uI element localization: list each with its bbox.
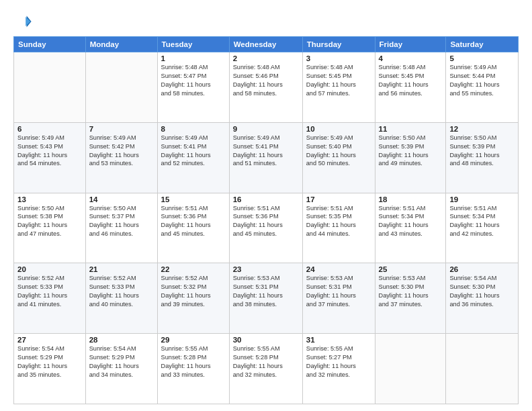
calendar-cell: 3Sunrise: 5:48 AM Sunset: 5:45 PM Daylig… xyxy=(302,52,375,123)
calendar-cell: 16Sunrise: 5:51 AM Sunset: 5:36 PM Dayli… xyxy=(229,193,302,263)
weekday-header-monday: Monday xyxy=(85,37,157,52)
day-number: 21 xyxy=(89,265,154,273)
page: SundayMondayTuesdayWednesdayThursdayFrid… xyxy=(0,0,532,411)
day-info: Sunrise: 5:49 AM Sunset: 5:41 PM Dayligh… xyxy=(233,134,299,169)
day-number: 11 xyxy=(379,125,443,133)
day-info: Sunrise: 5:48 AM Sunset: 5:46 PM Dayligh… xyxy=(233,63,299,98)
day-info: Sunrise: 5:51 AM Sunset: 5:34 PM Dayligh… xyxy=(379,204,443,239)
calendar-cell: 14Sunrise: 5:50 AM Sunset: 5:37 PM Dayli… xyxy=(85,193,157,263)
day-info: Sunrise: 5:49 AM Sunset: 5:41 PM Dayligh… xyxy=(161,134,226,169)
calendar-cell: 17Sunrise: 5:51 AM Sunset: 5:35 PM Dayli… xyxy=(302,193,375,263)
day-number: 19 xyxy=(449,195,515,203)
calendar-cell: 22Sunrise: 5:52 AM Sunset: 5:32 PM Dayli… xyxy=(157,263,229,334)
logo-icon xyxy=(13,12,32,31)
calendar-cell: 1Sunrise: 5:48 AM Sunset: 5:47 PM Daylig… xyxy=(157,52,229,123)
day-info: Sunrise: 5:48 AM Sunset: 5:45 PM Dayligh… xyxy=(379,63,443,98)
day-info: Sunrise: 5:50 AM Sunset: 5:39 PM Dayligh… xyxy=(449,134,515,169)
calendar-cell: 2Sunrise: 5:48 AM Sunset: 5:46 PM Daylig… xyxy=(229,52,302,123)
day-info: Sunrise: 5:52 AM Sunset: 5:32 PM Dayligh… xyxy=(161,274,226,309)
day-number: 8 xyxy=(161,125,226,133)
calendar-cell: 19Sunrise: 5:51 AM Sunset: 5:34 PM Dayli… xyxy=(446,193,519,263)
day-number: 28 xyxy=(89,336,154,344)
calendar-cell: 27Sunrise: 5:54 AM Sunset: 5:29 PM Dayli… xyxy=(14,334,86,404)
day-number: 14 xyxy=(89,195,154,203)
day-info: Sunrise: 5:53 AM Sunset: 5:31 PM Dayligh… xyxy=(306,274,371,309)
calendar-cell: 20Sunrise: 5:52 AM Sunset: 5:33 PM Dayli… xyxy=(14,263,86,334)
day-number: 7 xyxy=(89,125,154,133)
calendar-cell: 31Sunrise: 5:55 AM Sunset: 5:27 PM Dayli… xyxy=(302,334,375,404)
day-number: 5 xyxy=(449,54,515,62)
calendar-cell: 13Sunrise: 5:50 AM Sunset: 5:38 PM Dayli… xyxy=(14,193,86,263)
calendar-cell: 11Sunrise: 5:50 AM Sunset: 5:39 PM Dayli… xyxy=(375,122,446,193)
day-number: 31 xyxy=(306,336,371,344)
weekday-header-friday: Friday xyxy=(375,37,446,52)
day-number: 18 xyxy=(379,195,443,203)
day-number: 25 xyxy=(379,265,443,273)
calendar-cell: 7Sunrise: 5:49 AM Sunset: 5:42 PM Daylig… xyxy=(85,122,157,193)
calendar-cell: 12Sunrise: 5:50 AM Sunset: 5:39 PM Dayli… xyxy=(446,122,519,193)
day-number: 30 xyxy=(233,336,299,344)
calendar-cell: 8Sunrise: 5:49 AM Sunset: 5:41 PM Daylig… xyxy=(157,122,229,193)
day-info: Sunrise: 5:48 AM Sunset: 5:47 PM Dayligh… xyxy=(161,63,226,98)
calendar-cell xyxy=(446,334,519,404)
calendar-body: 1Sunrise: 5:48 AM Sunset: 5:47 PM Daylig… xyxy=(14,52,519,404)
calendar-cell: 9Sunrise: 5:49 AM Sunset: 5:41 PM Daylig… xyxy=(229,122,302,193)
day-info: Sunrise: 5:50 AM Sunset: 5:38 PM Dayligh… xyxy=(17,204,82,239)
weekday-header-saturday: Saturday xyxy=(446,37,519,52)
weekday-header-thursday: Thursday xyxy=(302,37,375,52)
day-info: Sunrise: 5:55 AM Sunset: 5:28 PM Dayligh… xyxy=(233,345,299,379)
calendar-cell: 6Sunrise: 5:49 AM Sunset: 5:43 PM Daylig… xyxy=(14,122,86,193)
day-number: 9 xyxy=(233,125,299,133)
day-info: Sunrise: 5:50 AM Sunset: 5:37 PM Dayligh… xyxy=(89,204,154,239)
weekday-header-tuesday: Tuesday xyxy=(157,37,229,52)
calendar-cell: 28Sunrise: 5:54 AM Sunset: 5:29 PM Dayli… xyxy=(85,334,157,404)
calendar-week-row: 6Sunrise: 5:49 AM Sunset: 5:43 PM Daylig… xyxy=(14,122,519,193)
day-info: Sunrise: 5:51 AM Sunset: 5:34 PM Dayligh… xyxy=(449,204,515,239)
day-number: 15 xyxy=(161,195,226,203)
day-info: Sunrise: 5:52 AM Sunset: 5:33 PM Dayligh… xyxy=(17,274,82,309)
weekday-header-wednesday: Wednesday xyxy=(229,37,302,52)
day-number: 10 xyxy=(306,125,371,133)
day-info: Sunrise: 5:55 AM Sunset: 5:27 PM Dayligh… xyxy=(306,345,371,379)
day-number: 24 xyxy=(306,265,371,273)
day-info: Sunrise: 5:51 AM Sunset: 5:36 PM Dayligh… xyxy=(233,204,299,239)
calendar: SundayMondayTuesdayWednesdayThursdayFrid… xyxy=(13,36,519,404)
day-number: 12 xyxy=(449,125,515,133)
day-number: 20 xyxy=(17,265,82,273)
calendar-week-row: 13Sunrise: 5:50 AM Sunset: 5:38 PM Dayli… xyxy=(14,193,519,263)
calendar-cell: 21Sunrise: 5:52 AM Sunset: 5:33 PM Dayli… xyxy=(85,263,157,334)
day-number: 16 xyxy=(233,195,299,203)
calendar-cell: 15Sunrise: 5:51 AM Sunset: 5:36 PM Dayli… xyxy=(157,193,229,263)
day-info: Sunrise: 5:54 AM Sunset: 5:30 PM Dayligh… xyxy=(449,274,515,309)
calendar-cell: 23Sunrise: 5:53 AM Sunset: 5:31 PM Dayli… xyxy=(229,263,302,334)
day-info: Sunrise: 5:49 AM Sunset: 5:40 PM Dayligh… xyxy=(306,134,371,169)
calendar-cell: 10Sunrise: 5:49 AM Sunset: 5:40 PM Dayli… xyxy=(302,122,375,193)
calendar-cell xyxy=(14,52,86,123)
day-info: Sunrise: 5:48 AM Sunset: 5:45 PM Dayligh… xyxy=(306,63,371,98)
day-number: 2 xyxy=(233,54,299,62)
header xyxy=(13,12,519,31)
day-info: Sunrise: 5:49 AM Sunset: 5:44 PM Dayligh… xyxy=(449,63,515,98)
day-number: 3 xyxy=(306,54,371,62)
day-number: 29 xyxy=(161,336,226,344)
day-info: Sunrise: 5:55 AM Sunset: 5:28 PM Dayligh… xyxy=(161,345,226,379)
day-info: Sunrise: 5:50 AM Sunset: 5:39 PM Dayligh… xyxy=(379,134,443,169)
day-number: 17 xyxy=(306,195,371,203)
day-number: 1 xyxy=(161,54,226,62)
day-info: Sunrise: 5:53 AM Sunset: 5:30 PM Dayligh… xyxy=(379,274,443,309)
day-info: Sunrise: 5:52 AM Sunset: 5:33 PM Dayligh… xyxy=(89,274,154,309)
calendar-cell xyxy=(85,52,157,123)
calendar-cell: 18Sunrise: 5:51 AM Sunset: 5:34 PM Dayli… xyxy=(375,193,446,263)
day-info: Sunrise: 5:49 AM Sunset: 5:43 PM Dayligh… xyxy=(17,134,82,169)
day-number: 22 xyxy=(161,265,226,273)
day-info: Sunrise: 5:51 AM Sunset: 5:36 PM Dayligh… xyxy=(161,204,226,239)
calendar-cell: 5Sunrise: 5:49 AM Sunset: 5:44 PM Daylig… xyxy=(446,52,519,123)
calendar-cell: 4Sunrise: 5:48 AM Sunset: 5:45 PM Daylig… xyxy=(375,52,446,123)
day-number: 4 xyxy=(379,54,443,62)
day-number: 23 xyxy=(233,265,299,273)
day-info: Sunrise: 5:54 AM Sunset: 5:29 PM Dayligh… xyxy=(89,345,154,379)
weekday-header-sunday: Sunday xyxy=(14,37,86,52)
calendar-cell: 24Sunrise: 5:53 AM Sunset: 5:31 PM Dayli… xyxy=(302,263,375,334)
calendar-header: SundayMondayTuesdayWednesdayThursdayFrid… xyxy=(14,37,519,52)
calendar-cell: 30Sunrise: 5:55 AM Sunset: 5:28 PM Dayli… xyxy=(229,334,302,404)
